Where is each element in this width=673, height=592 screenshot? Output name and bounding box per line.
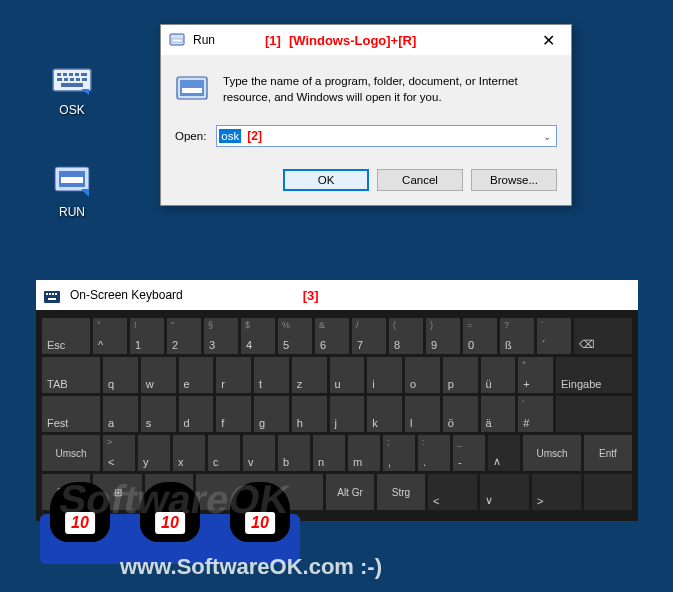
osk-key[interactable]: _- <box>453 435 485 471</box>
osk-title: On-Screen Keyboard <box>70 288 183 302</box>
osk-key[interactable]: "2 <box>167 318 201 354</box>
run-icon <box>51 160 93 202</box>
osk-key[interactable]: /7 <box>352 318 386 354</box>
svg-rect-1 <box>57 73 61 76</box>
osk-key[interactable]: r <box>216 357 251 393</box>
osk-key[interactable]: =0 <box>463 318 497 354</box>
osk-key[interactable]: v <box>243 435 275 471</box>
svg-rect-5 <box>81 73 87 76</box>
ok-button[interactable]: OK <box>283 169 369 191</box>
run-title: Run <box>193 33 215 47</box>
cancel-button[interactable]: Cancel <box>377 169 463 191</box>
svg-rect-26 <box>55 293 57 295</box>
osk-key[interactable]: m <box>348 435 380 471</box>
osk-key[interactable]: > <box>532 474 581 510</box>
osk-key[interactable]: q <box>103 357 138 393</box>
open-input-value: osk <box>219 129 241 143</box>
osk-key[interactable]: t <box>254 357 289 393</box>
svg-marker-16 <box>81 189 89 197</box>
osk-titlebar[interactable]: On-Screen Keyboard [3] <box>36 280 638 310</box>
osk-key[interactable]: ∧ <box>488 435 520 471</box>
osk-key[interactable]: o <box>405 357 440 393</box>
osk-key[interactable]: a <box>103 396 138 432</box>
osk-key[interactable]: e <box>179 357 214 393</box>
osk-key[interactable]: Esc <box>42 318 90 354</box>
osk-key[interactable]: TAB <box>42 357 100 393</box>
run-titlebar[interactable]: Run [1] [Windows-Logo]+[R] ✕ <box>161 25 571 55</box>
desktop-icon-label: OSK <box>42 103 102 117</box>
annotation-2: [2] <box>247 129 262 143</box>
osk-key[interactable]: g <box>254 396 289 432</box>
osk-key[interactable]: :. <box>418 435 450 471</box>
osk-key[interactable] <box>584 474 632 510</box>
osk-key[interactable]: ⌫ <box>574 318 632 354</box>
osk-key[interactable]: n <box>313 435 345 471</box>
annotation-shortcut: [Windows-Logo]+[R] <box>289 33 416 48</box>
browse-button[interactable]: Browse... <box>471 169 557 191</box>
desktop-icon-run[interactable]: RUN <box>42 160 102 219</box>
osk-key[interactable]: Eingabe <box>556 357 632 393</box>
osk-key[interactable]: Fest <box>42 396 100 432</box>
svg-rect-24 <box>49 293 51 295</box>
osk-key[interactable]: *+ <box>518 357 553 393</box>
svg-rect-18 <box>172 39 182 42</box>
osk-key[interactable]: x <box>173 435 205 471</box>
osk-key[interactable]: >< <box>103 435 135 471</box>
run-dialog-icon <box>169 32 185 48</box>
osk-key[interactable]: c <box>208 435 240 471</box>
svg-rect-22 <box>44 291 60 303</box>
osk-key[interactable]: %5 <box>278 318 312 354</box>
osk-key[interactable]: °^ <box>93 318 127 354</box>
osk-key[interactable]: y <box>138 435 170 471</box>
osk-key[interactable]: Entf <box>584 435 632 471</box>
osk-key[interactable]: j <box>330 396 365 432</box>
keyboard-icon <box>51 58 93 100</box>
osk-key[interactable]: f <box>216 396 251 432</box>
osk-key[interactable]: (8 <box>389 318 423 354</box>
osk-key[interactable]: l <box>405 396 440 432</box>
svg-rect-4 <box>75 73 79 76</box>
osk-key[interactable]: i <box>367 357 402 393</box>
osk-key[interactable]: b <box>278 435 310 471</box>
osk-key[interactable]: `´ <box>537 318 571 354</box>
osk-key[interactable]: ä <box>481 396 516 432</box>
osk-key[interactable]: s <box>141 396 176 432</box>
osk-key[interactable]: '# <box>518 396 553 432</box>
run-body-icon <box>175 73 209 107</box>
chevron-down-icon[interactable]: ⌄ <box>538 131 556 142</box>
osk-key[interactable]: ∨ <box>480 474 529 510</box>
osk-key[interactable]: $4 <box>241 318 275 354</box>
svg-rect-7 <box>64 78 68 81</box>
svg-rect-23 <box>46 293 48 295</box>
svg-rect-6 <box>57 78 62 81</box>
osk-key[interactable]: ö <box>443 396 478 432</box>
osk-key[interactable]: Umsch <box>42 435 100 471</box>
osk-key[interactable]: p <box>443 357 478 393</box>
svg-rect-10 <box>82 78 87 81</box>
osk-key[interactable]: ü <box>481 357 516 393</box>
osk-key[interactable]: §3 <box>204 318 238 354</box>
osk-key[interactable]: u <box>330 357 365 393</box>
osk-key[interactable]: Umsch <box>523 435 581 471</box>
osk-key[interactable]: h <box>292 396 327 432</box>
desktop-icon-osk[interactable]: OSK <box>42 58 102 117</box>
osk-key[interactable]: < <box>428 474 477 510</box>
osk-key[interactable]: )9 <box>426 318 460 354</box>
osk-key[interactable]: Strg <box>377 474 425 510</box>
open-input[interactable]: osk [2] ⌄ <box>216 125 557 147</box>
svg-rect-27 <box>48 298 56 300</box>
osk-key[interactable]: !1 <box>130 318 164 354</box>
osk-key[interactable]: k <box>367 396 402 432</box>
osk-key[interactable] <box>556 396 632 432</box>
osk-key[interactable]: ?ß <box>500 318 534 354</box>
osk-key[interactable]: z <box>292 357 327 393</box>
svg-rect-2 <box>63 73 67 76</box>
osk-key[interactable]: w <box>141 357 176 393</box>
osk-key[interactable]: &6 <box>315 318 349 354</box>
osk-key[interactable]: ;, <box>383 435 415 471</box>
close-button[interactable]: ✕ <box>534 31 563 50</box>
desktop-icon-label: RUN <box>42 205 102 219</box>
osk-key[interactable]: Alt Gr <box>326 474 374 510</box>
osk-key[interactable]: d <box>179 396 214 432</box>
watermark-faded: SoftwareOK <box>56 477 293 522</box>
